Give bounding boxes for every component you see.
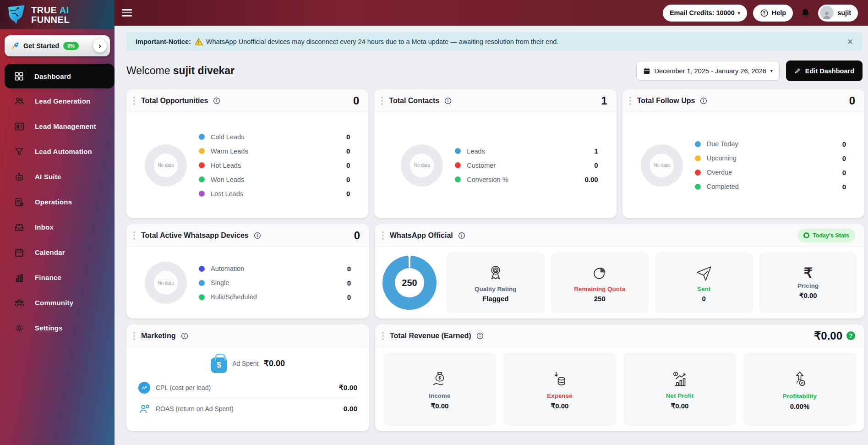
sidebar-item-dashboard[interactable]: Dashboard	[5, 64, 115, 88]
sidebar-item-lead-management[interactable]: Lead Management	[0, 114, 115, 139]
rocket-icon	[11, 41, 20, 50]
profitability-arrow-icon	[789, 369, 810, 390]
calendar-icon	[14, 247, 25, 258]
brand-true: TRUE	[31, 5, 57, 15]
legend-dot	[455, 162, 461, 168]
legend-dot	[695, 141, 701, 147]
drag-handle-icon[interactable]	[132, 230, 136, 242]
legend-item[interactable]: Single 0	[199, 276, 351, 290]
info-icon[interactable]	[181, 332, 188, 340]
legend-value: 0	[842, 140, 846, 148]
sidebar-item-settings[interactable]: Settings	[0, 315, 115, 341]
drag-handle-icon[interactable]	[380, 95, 384, 107]
legend-label: Won Leads	[211, 176, 244, 183]
info-icon[interactable]	[254, 232, 261, 239]
legend-item[interactable]: Won Leads 0	[199, 172, 350, 187]
card-title: Total Active Whatsapp Devices	[141, 231, 249, 240]
sidebar-item-community[interactable]: Community	[0, 290, 115, 315]
card-total-value: 0	[849, 94, 855, 107]
legend-value: 0	[346, 190, 350, 198]
sidebar-item-calendar[interactable]: Calendar	[0, 240, 115, 265]
date-range-picker[interactable]: December 1, 2025 - January 26, 2026 ▾	[636, 61, 780, 81]
info-icon[interactable]	[458, 232, 465, 239]
legend-item[interactable]: Hot Leads 0	[199, 158, 350, 172]
drag-handle-icon[interactable]	[381, 330, 385, 342]
page-header: Welcome sujit divekar December 1, 2025 -…	[126, 60, 863, 81]
question-badge-icon[interactable]: ?	[846, 331, 855, 340]
notice-prefix: Important-Notice:	[136, 38, 191, 45]
stat-pricing: ₹ Pricing ₹0.00	[759, 253, 857, 313]
question-circle-icon	[760, 9, 769, 17]
legend-value: 0	[346, 161, 350, 169]
legend-dot	[455, 176, 461, 182]
clipboard-gear-icon	[14, 197, 25, 208]
sidebar-item-inbox[interactable]: Inbox	[0, 214, 115, 240]
notice-banner: Important-Notice: WhatsApp Unofficial de…	[126, 32, 863, 51]
close-icon[interactable]: ✕	[845, 35, 855, 49]
legend-item[interactable]: Automation 0	[199, 262, 351, 276]
send-icon	[694, 263, 714, 283]
legend-item[interactable]: Conversion % 0.00	[455, 172, 598, 187]
help-button[interactable]: Help	[753, 5, 793, 22]
drag-handle-icon[interactable]	[628, 95, 632, 107]
legend-item[interactable]: Customer 0	[455, 158, 598, 172]
legend-item[interactable]: Cold Leads 0	[199, 130, 350, 144]
card-header: Marketing	[126, 324, 369, 347]
legend-dot	[455, 148, 461, 154]
hamburger-menu-icon[interactable]	[122, 9, 132, 16]
money-bag-icon: $	[211, 357, 227, 373]
app-logo[interactable]: TRUE AI FUNNEL	[0, 0, 115, 29]
edit-dashboard-button[interactable]: Edit Dashboard	[786, 60, 863, 81]
legend-item[interactable]: Overdue 0	[695, 165, 846, 180]
legend-value: 0	[347, 265, 351, 273]
get-started-button[interactable]: Get Started 0% ›	[5, 35, 110, 56]
legend-label: Completed	[707, 183, 739, 190]
card-total-value: 0	[353, 94, 359, 107]
stat-label: Expense	[547, 392, 573, 399]
legend-dot	[199, 294, 205, 300]
drag-handle-icon[interactable]	[132, 330, 136, 342]
legend-item[interactable]: Due Today 0	[695, 137, 846, 151]
legend-item[interactable]: Upcoming 0	[695, 151, 846, 165]
donut-chart-empty: No data	[401, 144, 443, 187]
card-body: No data Leads 1 Customer 0 C	[374, 112, 616, 218]
stat-label: Sent	[697, 286, 710, 292]
stat-label: Pricing	[797, 282, 819, 289]
card-total-contacts: Total Contacts 1 No data Leads 1	[374, 89, 616, 218]
info-icon[interactable]	[213, 97, 220, 104]
stat-remaining-quota: Remaining Quota 250	[551, 253, 649, 313]
funnel-icon	[14, 146, 25, 157]
legend-label: Due Today	[707, 140, 738, 148]
stat-value: Flagged	[482, 295, 509, 302]
drag-handle-icon[interactable]	[381, 230, 385, 242]
legend-item[interactable]: Lost Leads 0	[199, 187, 350, 201]
sidebar-item-lead-generation[interactable]: Lead Generation	[0, 88, 115, 114]
legend-item[interactable]: Bulk/Scheduled 0	[199, 290, 351, 304]
legend-item[interactable]: Warm Leads 0	[199, 144, 350, 158]
email-credits-dropdown[interactable]: Email Credits: 10000 ▾	[663, 5, 747, 22]
chevron-right-icon[interactable]: ›	[93, 39, 107, 53]
drag-handle-icon[interactable]	[132, 95, 136, 107]
date-range-value: December 1, 2025 - January 26, 2026	[655, 67, 766, 75]
help-label: Help	[772, 9, 786, 16]
sidebar-item-ai-suite[interactable]: AI Suite	[0, 164, 115, 189]
legend: Due Today 0 Upcoming 0 Overdue 0	[695, 137, 846, 194]
legend-item[interactable]: Leads 1	[455, 144, 598, 158]
pie-chart-icon	[590, 263, 610, 283]
sidebar-item-lead-automation[interactable]: Lead Automation	[0, 139, 115, 164]
card-header: Total Follow Ups 0	[622, 89, 864, 112]
sidebar-item-operations[interactable]: Operations	[0, 189, 115, 214]
info-icon[interactable]	[444, 97, 452, 104]
legend-item[interactable]: Completed 0	[695, 180, 846, 194]
progress-badge: 0%	[63, 42, 79, 50]
notification-bell-icon[interactable]	[800, 8, 811, 18]
info-icon[interactable]	[700, 97, 707, 104]
user-menu[interactable]: sujit	[818, 5, 858, 22]
legend: Cold Leads 0 Warm Leads 0 Hot Leads 0	[199, 130, 350, 201]
stat-value: ₹0.00	[551, 402, 569, 410]
sidebar-item-label: Lead Generation	[35, 97, 90, 105]
edit-dashboard-label: Edit Dashboard	[805, 67, 854, 75]
info-icon[interactable]	[476, 332, 484, 340]
legend-value: 0	[346, 147, 350, 155]
sidebar-item-finance[interactable]: Finance	[0, 265, 115, 290]
